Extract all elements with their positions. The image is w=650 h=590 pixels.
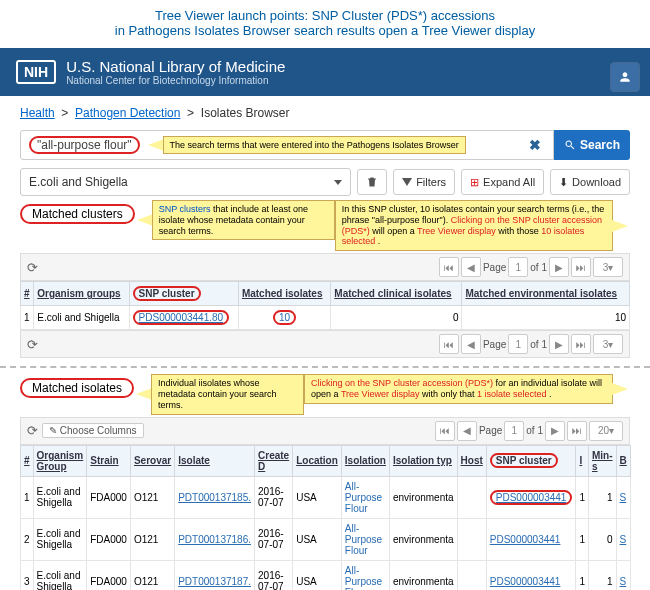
clusters-callout-1: SNP clusters that include at least one i…	[152, 200, 335, 240]
col-b[interactable]: B	[616, 445, 630, 476]
isolates-toolbar: ✎ Choose Columns ⏮ ◀ Page 1 of 1 ▶ ⏭ 20 …	[20, 417, 630, 445]
breadcrumb-pathogen[interactable]: Pathogen Detection	[75, 106, 180, 120]
col-isolate[interactable]: Isolate	[175, 445, 255, 476]
snp-cluster-link[interactable]: PDS000003441.80	[139, 312, 224, 323]
col-organism-group[interactable]: Organism Group	[33, 445, 87, 476]
breadcrumb-health[interactable]: Health	[20, 106, 55, 120]
matched-isolates-count[interactable]: 10	[273, 310, 296, 325]
col-clinical[interactable]: Matched clinical isolates	[331, 282, 462, 306]
col-i[interactable]: I	[576, 445, 589, 476]
col-organism[interactable]: Organism groups	[34, 282, 129, 306]
isolate-link[interactable]: PDT000137187.	[178, 576, 251, 587]
nih-header: NIH U.S. National Library of Medicine Na…	[0, 48, 650, 96]
trash-icon	[366, 176, 378, 188]
pager-prev[interactable]: ◀	[461, 257, 481, 277]
delete-button[interactable]	[357, 169, 387, 195]
filter-row: E.coli and Shigella Filters ⊞ Expand All…	[20, 168, 630, 196]
refresh-icon[interactable]	[27, 260, 38, 275]
isolate-link[interactable]: PDT000137186.	[178, 534, 251, 545]
download-button[interactable]: ⬇ Download	[550, 169, 630, 195]
clusters-table: # Organism groups SNP cluster Matched is…	[20, 281, 630, 330]
user-menu-button[interactable]	[610, 62, 640, 92]
matched-clusters-label: Matched clusters	[20, 204, 135, 224]
snp-cluster-link[interactable]: PDS000003441	[496, 492, 567, 503]
annotation-title: Tree Viewer launch points: SNP Cluster (…	[0, 0, 650, 48]
search-input[interactable]: "all-purpose flour" The search terms tha…	[20, 130, 554, 160]
nih-logo: NIH	[16, 60, 56, 84]
isolate-link[interactable]: PDT000137185.	[178, 492, 251, 503]
search-callout: The search terms that were entered into …	[163, 136, 466, 155]
pager-last[interactable]: ⏭	[571, 257, 591, 277]
breadcrumb-current: Isolates Browser	[201, 106, 290, 120]
organism-select[interactable]: E.coli and Shigella	[20, 168, 351, 196]
col-snp[interactable]: SNP cluster	[129, 282, 238, 306]
col-num[interactable]: #	[21, 282, 34, 306]
refresh-icon[interactable]	[27, 337, 38, 352]
col-snp-cluster[interactable]: SNP cluster	[486, 445, 576, 476]
col-strain[interactable]: Strain	[87, 445, 131, 476]
col-host[interactable]: Host	[457, 445, 486, 476]
col-location[interactable]: Location	[293, 445, 342, 476]
col-create-d[interactable]: Create D	[255, 445, 293, 476]
search-row: "all-purpose flour" The search terms tha…	[20, 130, 630, 160]
expand-icon: ⊞	[470, 176, 479, 189]
col-#[interactable]: #	[21, 445, 34, 476]
breadcrumb: Health > Pathogen Detection > Isolates B…	[0, 96, 650, 130]
col-matched[interactable]: Matched isolates	[238, 282, 330, 306]
pager-size[interactable]: 20 ▾	[589, 421, 623, 441]
funnel-icon	[402, 176, 412, 188]
pager-page-input[interactable]: 1	[508, 257, 528, 277]
isolates-table: #Organism GroupStrainSerovarIsolateCreat…	[20, 445, 631, 590]
choose-columns-button[interactable]: ✎ Choose Columns	[42, 423, 144, 438]
clusters-toolbar-bottom: ⏮ ◀ Page 1 of 1 ▶ ⏭ 3 ▾	[20, 330, 630, 358]
refresh-icon[interactable]	[27, 423, 38, 438]
isolates-callout-1: Individual iisolates whose metadata cont…	[151, 374, 304, 414]
matched-isolates-label: Matched isolates	[20, 378, 134, 398]
user-icon	[618, 70, 632, 84]
clusters-callout-2: In this SNP cluster, 10 isolates contain…	[335, 200, 613, 251]
table-row: 1 E.coli and Shigella PDS000003441.80 10…	[21, 306, 630, 330]
col-serovar[interactable]: Serovar	[130, 445, 174, 476]
site-title: U.S. National Library of Medicine	[66, 58, 285, 75]
clear-icon[interactable]: ✖	[525, 137, 545, 153]
download-icon: ⬇	[559, 176, 568, 189]
site-subtitle: National Center for Biotechnology Inform…	[66, 75, 285, 86]
expand-all-button[interactable]: ⊞ Expand All	[461, 169, 544, 195]
search-icon	[564, 139, 576, 151]
snp-cluster-link[interactable]: PDS000003441	[490, 534, 561, 545]
isolates-callout-2: Clicking on the SNP cluster accession (P…	[304, 374, 613, 404]
search-button[interactable]: Search	[554, 130, 630, 160]
search-value: "all-purpose flour"	[29, 136, 140, 154]
col-isolation[interactable]: Isolation	[341, 445, 389, 476]
pager-size[interactable]: 3 ▾	[593, 257, 623, 277]
col-env[interactable]: Matched environmental isolates	[462, 282, 630, 306]
col-isolation-typ[interactable]: Isolation typ	[389, 445, 457, 476]
pager-next[interactable]: ▶	[549, 257, 569, 277]
table-row: 1E.coli and ShigellaFDA000O121PDT0001371…	[21, 476, 631, 518]
table-row: 3E.coli and ShigellaFDA000O121PDT0001371…	[21, 560, 631, 590]
filters-button[interactable]: Filters	[393, 169, 455, 195]
clusters-toolbar: ⏮ ◀ Page 1 of 1 ▶ ⏭ 3 ▾	[20, 253, 630, 281]
pager-first[interactable]: ⏮	[439, 257, 459, 277]
snp-cluster-link[interactable]: PDS000003441	[490, 576, 561, 587]
col-min-s[interactable]: Min-s	[588, 445, 616, 476]
table-row: 2E.coli and ShigellaFDA000O121PDT0001371…	[21, 518, 631, 560]
